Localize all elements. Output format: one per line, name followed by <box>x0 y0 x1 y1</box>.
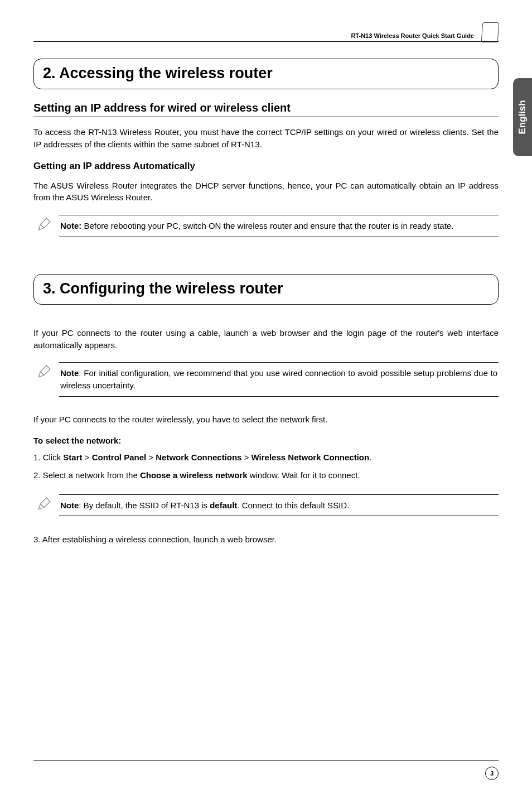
step3-num: 3. <box>33 535 41 544</box>
pencil-icon <box>37 217 52 232</box>
step2-num: 2. <box>33 470 41 480</box>
page-header: RT-N13 Wireless Router Quick Start Guide <box>33 22 499 42</box>
section-2-intro: To access the RT-N13 Wireless Router, yo… <box>33 126 499 151</box>
section-2-body2: The ASUS Wireless Router integrates the … <box>33 180 499 204</box>
section-2-subsub: Getting an IP address Automatically <box>33 161 499 172</box>
note-label: Note <box>60 368 79 378</box>
step3-text: After establishing a wireless connection… <box>41 535 277 544</box>
section-3-note2: Note: By default, the SSID of RT-N13 is … <box>33 494 499 517</box>
section-2-title-box: 2. Accessing the wireless router <box>33 59 499 89</box>
step1-sep2: > <box>146 453 156 462</box>
step1-p3: Network Connections <box>156 453 241 462</box>
section-3-step1: 1. Click Start > Control Panel > Network… <box>33 451 499 464</box>
section-2-note: Note: Before rebooting your PC, switch O… <box>33 215 499 237</box>
section-3-list-label: To select the network: <box>33 436 499 445</box>
section-3-step2: 2. Select a network from the Choose a wi… <box>33 469 499 482</box>
note-label: Note <box>60 500 79 510</box>
step2-bold: Choose a wireless network <box>140 470 248 480</box>
page-footer: 3 <box>33 761 499 780</box>
section-3-title: 3. Configuring the wireless router <box>43 280 489 297</box>
step2-suffix: window. Wait for it to connect. <box>248 470 360 480</box>
note-text1: : By default, the SSID of RT-N13 is <box>79 500 210 510</box>
step2-prefix: Select a network from the <box>41 470 140 480</box>
section-2-subheading: Setting an IP address for wired or wirel… <box>33 102 499 117</box>
step1-prefix: Click <box>41 453 64 462</box>
section-2-title: 2. Accessing the wireless router <box>43 65 489 82</box>
language-label: English <box>517 100 528 134</box>
page-number: 3 <box>485 767 499 780</box>
router-icon <box>481 22 500 42</box>
step1-p1: Start <box>63 453 82 462</box>
step1-sep1: > <box>83 453 92 462</box>
header-title: RT-N13 Wireless Router Quick Start Guide <box>351 32 474 39</box>
step1-num: 1. <box>33 453 41 462</box>
language-side-tab: English <box>513 78 532 156</box>
section-3-title-box: 3. Configuring the wireless router <box>33 274 499 305</box>
section-3-note1-content: Note: For initial configuration, we reco… <box>59 362 499 397</box>
section-3-step3: 3. After establishing a wireless connect… <box>33 533 499 546</box>
note-text: : For initial configuration, we recommen… <box>60 368 497 390</box>
section-3-wireless-intro: If your PC connects to the router wirele… <box>33 413 499 426</box>
step1-p2: Control Panel <box>92 453 147 462</box>
note-text2: . Connect to this default SSID. <box>237 500 349 510</box>
section-3-note2-content: Note: By default, the SSID of RT-N13 is … <box>59 494 499 517</box>
note-label: Note: <box>60 221 81 230</box>
step1-sep3: > <box>241 453 251 462</box>
section-2-note-content: Note: Before rebooting your PC, switch O… <box>59 215 499 237</box>
section-3-intro: If your PC connects to the router using … <box>33 327 499 352</box>
pencil-icon <box>37 497 52 511</box>
step1-suffix: . <box>369 453 371 462</box>
pencil-icon <box>37 364 52 379</box>
note-text: Before rebooting your PC, switch ON the … <box>81 221 453 230</box>
step1-p4: Wireless Network Connection <box>252 453 370 462</box>
note-b1: default <box>210 500 237 510</box>
section-3-note1: Note: For initial configuration, we reco… <box>33 362 499 397</box>
